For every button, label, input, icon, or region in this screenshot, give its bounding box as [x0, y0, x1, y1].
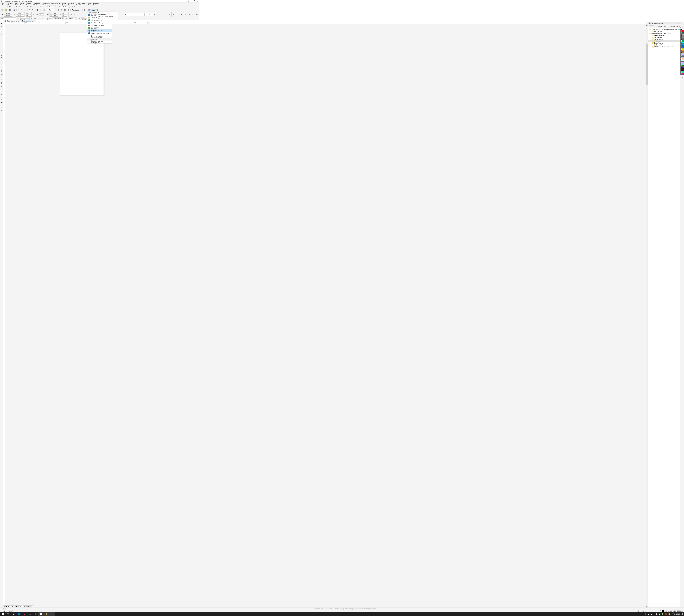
- menu-item[interactable]: Правка: [6, 3, 14, 4]
- options-icon[interactable]: [72, 5, 75, 8]
- menu-item[interactable]: Справка: [92, 3, 100, 4]
- launch-more-ext[interactable]: ⬇ Дополнительные расширения...: [87, 41, 112, 43]
- launch-menu-item[interactable]: Метки совмещения (CM4): [87, 32, 112, 35]
- dimension-tool-icon[interactable]: [0, 65, 3, 68]
- page-w[interactable]: [20, 17, 27, 19]
- new-doc-button[interactable]: [1, 8, 4, 12]
- snap-grid-icon[interactable]: ▧: [67, 8, 70, 12]
- zoom-tool-icon[interactable]: [0, 34, 3, 37]
- size-w[interactable]: [16, 12, 24, 14]
- scale-x[interactable]: [26, 12, 31, 14]
- close-button[interactable]: ✕: [197, 0, 198, 2]
- rectangle-tool-icon[interactable]: [0, 47, 3, 49]
- menu-item[interactable]: Файл: [1, 3, 6, 4]
- paste-button[interactable]: 📋: [24, 8, 27, 12]
- shape-tool-icon[interactable]: [0, 25, 3, 28]
- open-button[interactable]: [4, 8, 8, 12]
- crop-tool-icon[interactable]: [0, 30, 3, 33]
- eyedropper-tool-icon[interactable]: [0, 78, 3, 81]
- settings-tool-icon[interactable]: ≡: [0, 93, 3, 95]
- font-combo[interactable]: ▼: [124, 13, 144, 16]
- transparency-tool-icon[interactable]: [0, 73, 3, 76]
- align-left-icon[interactable]: [1, 5, 4, 8]
- find-text-icon[interactable]: Ⓐ: [188, 13, 191, 16]
- skew-x[interactable]: [62, 12, 67, 14]
- text-align-icon[interactable]: ≡: [164, 13, 167, 16]
- zoom-out-icon[interactable]: [0, 109, 3, 112]
- underline-button[interactable]: U: [160, 13, 163, 16]
- distribute-v-icon[interactable]: [12, 5, 15, 8]
- nudge-y-input[interactable]: [61, 5, 68, 8]
- launch-more-apps[interactable]: ⬇ Дополнительные Приложения и п...: [87, 36, 112, 38]
- spinner[interactable]: ▲▼: [54, 5, 56, 8]
- align-right-icon[interactable]: [4, 5, 7, 8]
- ruler-origin[interactable]: [3, 22, 5, 24]
- export-button[interactable]: [42, 8, 45, 12]
- menu-item[interactable]: Вид: [14, 3, 19, 4]
- bold-button[interactable]: B: [153, 13, 156, 16]
- center-x[interactable]: [49, 12, 58, 14]
- text-align2-icon[interactable]: ≣: [168, 13, 171, 16]
- scale-y[interactable]: [26, 15, 31, 17]
- tab-welcome[interactable]: Экран приветствия: [3, 20, 21, 22]
- launch-menu-item[interactable]: CorelDRAW: [87, 27, 112, 29]
- ellipse-tool-icon[interactable]: [0, 50, 3, 53]
- text-frame-icon[interactable]: ▭: [183, 13, 186, 16]
- spread-v-icon[interactable]: ↕: [26, 5, 29, 8]
- menu-item[interactable]: Текст: [61, 3, 67, 4]
- nudge-dist[interactable]: [68, 18, 75, 20]
- pos-x[interactable]: [4, 12, 12, 14]
- space-h-icon[interactable]: ⇔: [29, 5, 32, 8]
- launch-menu-item[interactable]: Corel PHOTO-PAINT: [87, 24, 112, 27]
- ruler-vertical[interactable]: [3, 24, 5, 112]
- to-page-icon[interactable]: ▢: [44, 5, 47, 8]
- shadow-tool-icon[interactable]: [0, 70, 3, 72]
- units-combo[interactable]: миллимет...▼: [53, 17, 64, 20]
- zoom-in-icon[interactable]: [0, 106, 3, 109]
- save-button[interactable]: [8, 8, 11, 12]
- more-tool-icon[interactable]: ⋯: [0, 90, 3, 92]
- freehand-tool-icon[interactable]: [0, 39, 3, 41]
- launch-button[interactable]: Запуск▼: [88, 8, 97, 12]
- all-pages-icon[interactable]: ▯▯: [38, 17, 41, 20]
- center-y[interactable]: [49, 15, 58, 17]
- grid-icon[interactable]: [15, 5, 18, 8]
- distribute-h-icon[interactable]: [8, 5, 12, 8]
- launch-menu-item[interactable]: Вырезать (CM4): [87, 29, 112, 32]
- current-page-icon[interactable]: ▯: [41, 17, 44, 20]
- line-tool-icon[interactable]: [0, 62, 3, 64]
- mirror-v-icon[interactable]: ⇵: [73, 13, 76, 16]
- node-icon[interactable]: ▫: [18, 5, 21, 8]
- artistic-tool-icon[interactable]: [0, 42, 3, 45]
- print-button[interactable]: [13, 8, 16, 12]
- char-format-icon[interactable]: Aₐ: [180, 13, 183, 16]
- skew-y[interactable]: [62, 15, 67, 17]
- polygon-tool-icon[interactable]: [0, 53, 3, 56]
- rotate-input[interactable]: [39, 14, 44, 16]
- equal-v-icon[interactable]: ⦀: [39, 5, 42, 8]
- redo-button[interactable]: ↷: [31, 8, 35, 12]
- maximize-button[interactable]: ❐: [193, 0, 195, 2]
- import-button[interactable]: [39, 8, 42, 12]
- space-v-icon[interactable]: ⇕: [32, 5, 36, 8]
- to-page-v-icon[interactable]: ▯: [58, 5, 61, 8]
- tab-document[interactable]: Безымянный-1: [21, 20, 34, 22]
- menu-item[interactable]: Макет: [19, 3, 25, 4]
- dropcap-icon[interactable]: ¶: [176, 13, 179, 16]
- italic-button[interactable]: I: [157, 13, 160, 16]
- mirror-h-icon[interactable]: ⇋: [70, 13, 73, 16]
- copy-button[interactable]: ⧉: [21, 8, 24, 12]
- add-tool-icon[interactable]: ⊕: [0, 98, 3, 101]
- star-icon[interactable]: ☆: [191, 13, 194, 16]
- spinner[interactable]: ▲▼: [75, 18, 77, 20]
- launch-menu-item[interactable]: Corel Font Manager: [87, 21, 112, 24]
- menu-item[interactable]: Объект: [25, 3, 32, 4]
- outline-tool-icon[interactable]: [0, 85, 3, 87]
- apply-icon[interactable]: ▢: [78, 13, 81, 16]
- fill-tool-icon[interactable]: [0, 81, 3, 84]
- menu-item[interactable]: Растровые изображения: [42, 3, 61, 4]
- font-size-combo[interactable]: 12 п.▼: [145, 13, 153, 16]
- letter-o-icon[interactable]: O: [196, 13, 199, 16]
- nudge-x-input[interactable]: [47, 5, 54, 8]
- minimize-button[interactable]: —: [190, 0, 192, 2]
